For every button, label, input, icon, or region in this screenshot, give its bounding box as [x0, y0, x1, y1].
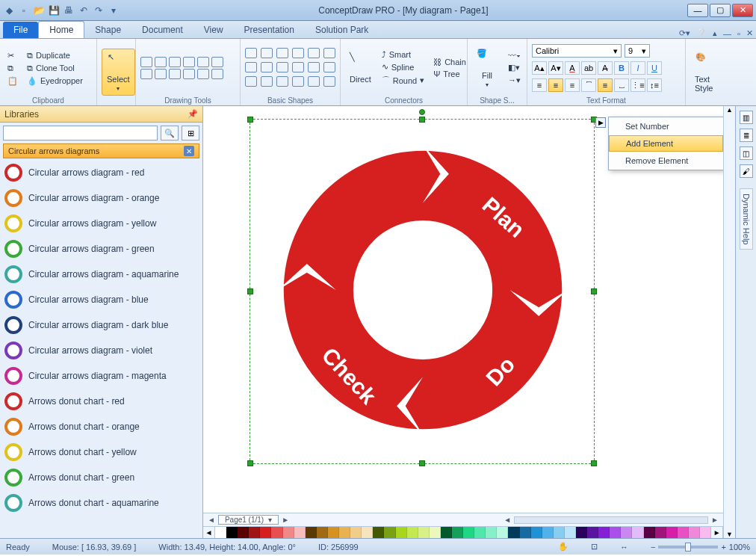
color-swatch[interactable]	[441, 527, 452, 538]
tab-document[interactable]: Document	[131, 22, 193, 38]
library-item[interactable]: Circular arrows diagram - yellow	[3, 211, 199, 236]
color-swatch[interactable]	[306, 527, 317, 538]
doc-restore-icon[interactable]: ▫	[734, 29, 743, 38]
pages-panel-icon[interactable]: ▥	[740, 111, 753, 124]
zoom-in-button[interactable]: +	[721, 543, 725, 552]
color-swatch[interactable]	[407, 527, 418, 538]
color-swatch[interactable]	[215, 527, 226, 538]
palette-next-icon[interactable]: ►	[711, 527, 723, 538]
basic-shapes-grid[interactable]	[245, 48, 337, 88]
smart-connector-button[interactable]: ⤴ Smart	[379, 49, 427, 60]
library-item[interactable]: Circular arrows diagram - red	[3, 160, 199, 185]
resize-handle-sw[interactable]	[247, 460, 253, 466]
library-item[interactable]: Arrows donut chart - orange	[3, 414, 199, 439]
library-item[interactable]: Circular arrows diagram - orange	[3, 185, 199, 211]
hscroll-right-icon[interactable]: ►	[711, 516, 719, 524]
file-tab[interactable]: File	[3, 22, 38, 38]
decrease-font-button[interactable]: A▾	[548, 61, 563, 75]
highlight-button[interactable]: ab	[581, 61, 596, 75]
color-swatch[interactable]	[610, 527, 621, 538]
color-swatch[interactable]	[565, 527, 576, 538]
color-swatch[interactable]	[373, 527, 384, 538]
color-swatch[interactable]	[678, 527, 689, 538]
save-icon[interactable]: 💾	[48, 4, 60, 16]
bold-button[interactable]: B	[614, 61, 629, 75]
color-swatch[interactable]	[531, 527, 542, 538]
tab-home[interactable]: Home	[38, 21, 84, 38]
color-swatch[interactable]	[226, 527, 238, 538]
redo-icon[interactable]: ↷	[93, 4, 105, 16]
strikethrough-button[interactable]: A̶	[598, 61, 613, 75]
sync-icon[interactable]: ⟳▾	[676, 28, 693, 38]
collapse-ribbon-icon[interactable]: ▴	[710, 28, 720, 38]
resize-handle-nw[interactable]	[247, 117, 253, 123]
text-style-button[interactable]: 🎨Text Style	[690, 49, 722, 96]
italic-button[interactable]: I	[630, 61, 645, 75]
color-swatch[interactable]	[317, 527, 328, 538]
drawing-tools-row1[interactable]	[140, 57, 223, 67]
open-icon[interactable]: 📂	[33, 4, 45, 16]
fill-button[interactable]: 🪣Fill▾	[472, 46, 502, 91]
font-size-selector[interactable]: 9▾	[625, 44, 650, 58]
tab-view[interactable]: View	[193, 22, 234, 38]
align-top-button[interactable]: ⎴	[581, 78, 596, 92]
align-middle-button[interactable]: ≡	[598, 78, 613, 92]
color-swatch[interactable]	[655, 527, 666, 538]
align-bottom-button[interactable]: ⎵	[614, 78, 629, 92]
color-swatch[interactable]	[576, 527, 587, 538]
resize-handle-w[interactable]	[247, 288, 253, 294]
align-left-button[interactable]: ≡	[532, 78, 547, 92]
round-connector-button[interactable]: ⌒ Round ▾	[379, 74, 427, 87]
fit-width-icon[interactable]: ↔	[620, 543, 628, 552]
color-swatch[interactable]	[249, 527, 260, 538]
align-right-button[interactable]: ≡	[565, 78, 580, 92]
maximize-button[interactable]: ▢	[710, 4, 731, 17]
new-icon[interactable]: ▫	[18, 4, 30, 16]
color-swatch[interactable]	[238, 527, 249, 538]
library-item[interactable]: Arrows donut chart - green	[3, 465, 199, 490]
qat-more-icon[interactable]: ▾	[108, 4, 120, 16]
color-swatch[interactable]	[520, 527, 531, 538]
color-swatch[interactable]	[328, 527, 339, 538]
color-swatch[interactable]	[644, 527, 655, 538]
pin-icon[interactable]: 📌	[188, 109, 198, 119]
undo-icon[interactable]: ↶	[78, 4, 90, 16]
tree-connector-button[interactable]: Ψ Tree	[430, 69, 469, 79]
library-category-header[interactable]: Circular arrows diagrams ✕	[3, 143, 199, 158]
color-swatch[interactable]	[598, 527, 610, 538]
vertical-scrollbar[interactable]: ▲ ▼	[723, 106, 735, 538]
menu-remove-element[interactable]: Remove Element	[609, 152, 723, 170]
menu-set-number[interactable]: Set Number	[609, 117, 723, 135]
library-search-input[interactable]	[3, 126, 158, 140]
arrow-style-button[interactable]: →▾	[505, 75, 524, 86]
chain-connector-button[interactable]: ⛓ Chain	[430, 57, 469, 67]
hscroll-left-icon[interactable]: ◄	[504, 516, 511, 524]
color-swatch[interactable]	[497, 527, 508, 538]
print-icon[interactable]: 🖶	[63, 4, 75, 16]
duplicate-button[interactable]: ⧉ Duplicate	[24, 50, 86, 61]
library-item[interactable]: Circular arrows diagram - violet	[3, 338, 199, 363]
library-item[interactable]: Arrows donut chart - red	[3, 389, 199, 414]
spline-connector-button[interactable]: ∿ Spline	[379, 61, 427, 72]
resize-handle-e[interactable]	[591, 288, 597, 294]
fit-page-icon[interactable]: ⊡	[591, 542, 598, 552]
library-item[interactable]: Circular arrows diagram - green	[3, 236, 199, 262]
align-center-button[interactable]: ≡	[548, 78, 563, 92]
doc-min-icon[interactable]: —	[720, 29, 734, 38]
close-category-icon[interactable]: ✕	[184, 146, 194, 156]
color-swatch[interactable]	[587, 527, 598, 538]
color-swatch[interactable]	[396, 527, 407, 538]
color-swatch[interactable]	[271, 527, 282, 538]
smart-tag-button[interactable]: ▶	[595, 117, 606, 128]
color-swatch[interactable]	[700, 527, 711, 538]
direct-connector-button[interactable]: ╲Direct	[345, 49, 376, 87]
color-swatch[interactable]	[508, 527, 519, 538]
font-color-button[interactable]: A	[565, 61, 580, 75]
color-swatch[interactable]	[339, 527, 350, 538]
tab-presentation[interactable]: Presentation	[234, 22, 305, 38]
color-swatch[interactable]	[260, 527, 271, 538]
dynamic-help-tab[interactable]: Dynamic Help	[740, 188, 753, 250]
rotation-handle[interactable]	[419, 109, 425, 115]
underline-button[interactable]: U	[647, 61, 662, 75]
color-swatch[interactable]	[689, 527, 700, 538]
